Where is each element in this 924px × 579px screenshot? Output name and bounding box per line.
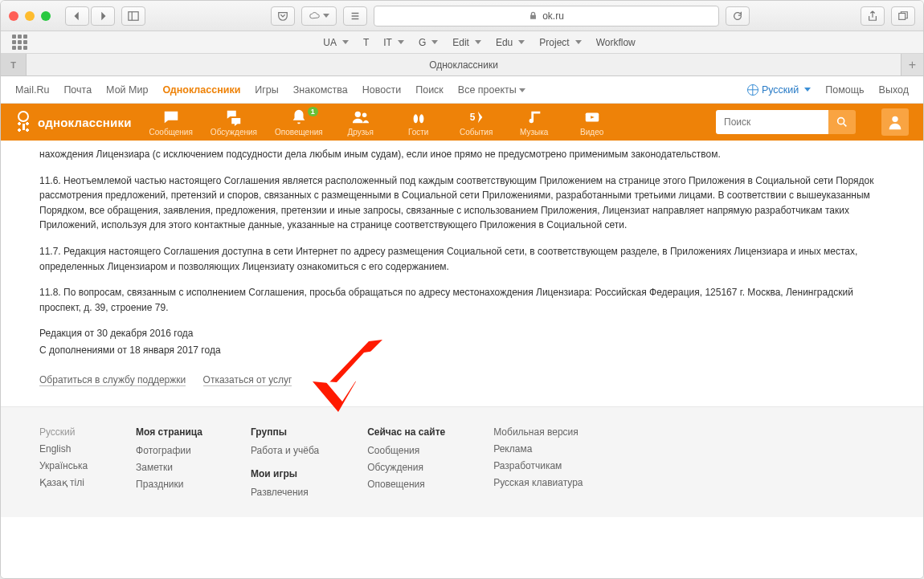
- topnav-mymir[interactable]: Мой Мир: [106, 84, 148, 96]
- nav-events[interactable]: 5События: [456, 108, 497, 137]
- footer-photos[interactable]: Фотографии: [136, 445, 202, 456]
- search-button[interactable]: [828, 110, 856, 134]
- search-box: [716, 110, 856, 134]
- topnav-mail[interactable]: Почта: [63, 84, 92, 96]
- apps-grid-icon[interactable]: [12, 35, 27, 50]
- svg-line-13: [844, 124, 846, 126]
- svg-point-12: [838, 118, 844, 124]
- nav-notifications[interactable]: 1Оповещения: [275, 108, 323, 137]
- footer-dev[interactable]: Разработчикам: [493, 460, 583, 471]
- footer-msgs[interactable]: Сообщения: [367, 445, 445, 456]
- titlebar: ok.ru: [1, 1, 923, 31]
- svg-point-14: [892, 116, 897, 122]
- ok-navbar: одноклассники Сообщения Обсуждения 1Опов…: [1, 104, 923, 141]
- footer-h-groups: Группы: [251, 426, 319, 438]
- close-window[interactable]: [9, 11, 18, 21]
- lock-icon: [529, 11, 538, 20]
- forward-button[interactable]: [91, 6, 115, 26]
- nav-video[interactable]: Видео: [572, 108, 612, 137]
- topnav-logout[interactable]: Выход: [879, 84, 909, 96]
- svg-rect-0: [129, 11, 138, 20]
- share-button[interactable]: [861, 6, 885, 26]
- language-switch[interactable]: Русский: [747, 84, 811, 96]
- contact-support-link[interactable]: Обратиться в службу поддержки: [39, 374, 186, 386]
- globe-icon: [747, 84, 758, 96]
- profile-menu[interactable]: [881, 108, 909, 136]
- footer-mobile[interactable]: Мобильная версия: [493, 426, 583, 438]
- revision-date: Редакция от 30 декабря 2016 года: [39, 326, 885, 341]
- lang-kz[interactable]: Қазақ тілі: [39, 477, 88, 488]
- cloud-button[interactable]: [301, 6, 337, 26]
- brand-text: одноклассники: [38, 116, 132, 129]
- topnav-search[interactable]: Поиск: [415, 84, 444, 96]
- svg-point-8: [413, 114, 418, 123]
- tab-active[interactable]: Одноклассники: [27, 54, 901, 75]
- nav-friends[interactable]: Друзья: [341, 108, 381, 137]
- nav-discussions[interactable]: Обсуждения: [211, 108, 257, 137]
- new-tab-button[interactable]: +: [901, 54, 923, 75]
- page-viewport: Mail.Ru Почта Мой Мир Одноклассники Игры…: [1, 76, 923, 578]
- lang-ua[interactable]: Українська: [39, 460, 88, 471]
- amendments-date: С дополнениями от 18 января 2017 года: [39, 343, 885, 358]
- topnav-games[interactable]: Игры: [255, 84, 278, 96]
- window-controls: [9, 11, 51, 21]
- tab-bar: T Одноклассники +: [1, 54, 923, 76]
- nav-messages[interactable]: Сообщения: [149, 108, 193, 137]
- nav-music[interactable]: Музыка: [514, 108, 554, 137]
- footer-holidays[interactable]: Праздники: [136, 479, 202, 490]
- agreement-content: нахождения Лицензиара (с исключением под…: [1, 141, 923, 406]
- page-footer: Русский English Українська Қазақ тілі Мо…: [1, 406, 923, 517]
- tab-translator-icon[interactable]: T: [1, 54, 27, 75]
- address-bar[interactable]: ok.ru: [374, 6, 719, 27]
- svg-rect-5: [899, 13, 906, 19]
- topnav-news[interactable]: Новости: [362, 84, 401, 96]
- footer-kbd[interactable]: Русская клавиатура: [493, 477, 583, 488]
- topnav-dating[interactable]: Знакомства: [293, 84, 348, 96]
- svg-point-7: [362, 112, 367, 117]
- opt-out-link[interactable]: Отказаться от услуг: [203, 374, 292, 386]
- sidebar-toggle[interactable]: [121, 6, 145, 26]
- nav-guests[interactable]: Гости: [399, 108, 439, 137]
- url-host: ok.ru: [542, 10, 564, 22]
- topnav-mailru[interactable]: Mail.Ru: [15, 84, 49, 96]
- reader-button[interactable]: [343, 6, 367, 26]
- bookmark-t[interactable]: T: [363, 37, 369, 48]
- bookmark-edit[interactable]: Edit: [452, 37, 481, 48]
- para-11-5-tail: нахождения Лицензиара (с исключением под…: [39, 147, 885, 162]
- footer-ads[interactable]: Реклама: [493, 443, 583, 455]
- topnav-all[interactable]: Все проекты: [458, 84, 525, 96]
- bookmark-it[interactable]: IT: [383, 37, 404, 48]
- para-11-6: 11.6. Неотъемлемой частью настоящего Сог…: [39, 173, 885, 233]
- minimize-window[interactable]: [25, 11, 35, 21]
- bookmark-g[interactable]: G: [419, 37, 438, 48]
- tabs-button[interactable]: [891, 6, 915, 26]
- para-11-7: 11.7. Редакция настоящего Соглашения дос…: [39, 244, 885, 274]
- footer-h-online: Сейчас на сайте: [367, 426, 445, 438]
- para-11-8: 11.8. По вопросам, связанным с исполнени…: [39, 285, 885, 315]
- bookmark-ua[interactable]: UA: [323, 37, 349, 48]
- ok-logo[interactable]: одноклассники: [15, 111, 132, 133]
- bookmark-edu[interactable]: Edu: [496, 37, 525, 48]
- footer-work[interactable]: Работа и учёба: [251, 445, 319, 456]
- footer-notes[interactable]: Заметки: [136, 462, 202, 473]
- bookmark-workflow[interactable]: Workflow: [596, 37, 636, 48]
- lang-ru[interactable]: Русский: [39, 426, 88, 438]
- safari-window: ok.ru UA T IT G Edit Edu Project Workflo…: [0, 0, 924, 579]
- topnav-help[interactable]: Помощь: [825, 84, 864, 96]
- reload-button[interactable]: [726, 6, 750, 26]
- back-button[interactable]: [65, 6, 89, 26]
- footer-h-mygames: Мои игры: [251, 468, 319, 479]
- zoom-window[interactable]: [41, 11, 51, 21]
- pocket-button[interactable]: [271, 6, 295, 26]
- notification-badge: 1: [308, 107, 318, 116]
- ok-logo-icon: [15, 111, 31, 133]
- footer-fun[interactable]: Развлечения: [251, 487, 319, 498]
- search-input[interactable]: [716, 110, 828, 134]
- topnav-ok[interactable]: Одноклассники: [162, 84, 240, 96]
- lang-en[interactable]: English: [39, 443, 88, 455]
- svg-text:5: 5: [469, 111, 475, 122]
- footer-notif[interactable]: Оповещения: [367, 479, 445, 490]
- mailru-topbar: Mail.Ru Почта Мой Мир Одноклассники Игры…: [1, 76, 923, 104]
- bookmark-project[interactable]: Project: [539, 37, 581, 48]
- footer-disc[interactable]: Обсуждения: [367, 462, 445, 473]
